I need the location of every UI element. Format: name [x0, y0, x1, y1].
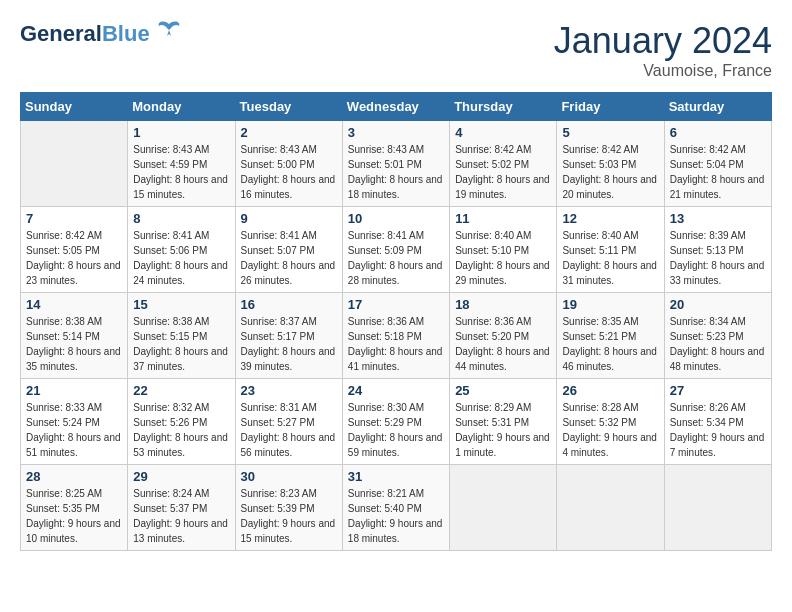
day-number: 12	[562, 211, 658, 226]
day-cell: 29 Sunrise: 8:24 AMSunset: 5:37 PMDaylig…	[128, 465, 235, 551]
day-number: 1	[133, 125, 229, 140]
day-number: 5	[562, 125, 658, 140]
day-number: 23	[241, 383, 337, 398]
day-cell: 26 Sunrise: 8:28 AMSunset: 5:32 PMDaylig…	[557, 379, 664, 465]
day-number: 28	[26, 469, 122, 484]
day-info: Sunrise: 8:30 AMSunset: 5:29 PMDaylight:…	[348, 400, 444, 460]
day-number: 9	[241, 211, 337, 226]
week-row-5: 28 Sunrise: 8:25 AMSunset: 5:35 PMDaylig…	[21, 465, 772, 551]
header-row: Sunday Monday Tuesday Wednesday Thursday…	[21, 93, 772, 121]
day-cell: 17 Sunrise: 8:36 AMSunset: 5:18 PMDaylig…	[342, 293, 449, 379]
day-number: 3	[348, 125, 444, 140]
day-cell: 23 Sunrise: 8:31 AMSunset: 5:27 PMDaylig…	[235, 379, 342, 465]
day-info: Sunrise: 8:34 AMSunset: 5:23 PMDaylight:…	[670, 314, 766, 374]
day-number: 22	[133, 383, 229, 398]
week-row-2: 7 Sunrise: 8:42 AMSunset: 5:05 PMDayligh…	[21, 207, 772, 293]
day-number: 2	[241, 125, 337, 140]
week-row-3: 14 Sunrise: 8:38 AMSunset: 5:14 PMDaylig…	[21, 293, 772, 379]
day-cell: 31 Sunrise: 8:21 AMSunset: 5:40 PMDaylig…	[342, 465, 449, 551]
day-cell: 8 Sunrise: 8:41 AMSunset: 5:06 PMDayligh…	[128, 207, 235, 293]
day-cell: 4 Sunrise: 8:42 AMSunset: 5:02 PMDayligh…	[450, 121, 557, 207]
day-number: 8	[133, 211, 229, 226]
day-info: Sunrise: 8:37 AMSunset: 5:17 PMDaylight:…	[241, 314, 337, 374]
calendar-header: GeneralBlue January 2024 Vaumoise, Franc…	[20, 20, 772, 80]
day-cell: 30 Sunrise: 8:23 AMSunset: 5:39 PMDaylig…	[235, 465, 342, 551]
day-cell: 11 Sunrise: 8:40 AMSunset: 5:10 PMDaylig…	[450, 207, 557, 293]
day-cell: 14 Sunrise: 8:38 AMSunset: 5:14 PMDaylig…	[21, 293, 128, 379]
day-info: Sunrise: 8:42 AMSunset: 5:03 PMDaylight:…	[562, 142, 658, 202]
calendar-container: GeneralBlue January 2024 Vaumoise, Franc…	[0, 0, 792, 561]
day-info: Sunrise: 8:38 AMSunset: 5:14 PMDaylight:…	[26, 314, 122, 374]
day-number: 31	[348, 469, 444, 484]
day-info: Sunrise: 8:33 AMSunset: 5:24 PMDaylight:…	[26, 400, 122, 460]
day-number: 4	[455, 125, 551, 140]
day-cell: 28 Sunrise: 8:25 AMSunset: 5:35 PMDaylig…	[21, 465, 128, 551]
day-cell: 13 Sunrise: 8:39 AMSunset: 5:13 PMDaylig…	[664, 207, 771, 293]
day-number: 10	[348, 211, 444, 226]
day-number: 16	[241, 297, 337, 312]
logo-blue: Blue	[102, 21, 150, 46]
day-info: Sunrise: 8:29 AMSunset: 5:31 PMDaylight:…	[455, 400, 551, 460]
day-info: Sunrise: 8:38 AMSunset: 5:15 PMDaylight:…	[133, 314, 229, 374]
day-info: Sunrise: 8:28 AMSunset: 5:32 PMDaylight:…	[562, 400, 658, 460]
day-info: Sunrise: 8:43 AMSunset: 5:01 PMDaylight:…	[348, 142, 444, 202]
day-info: Sunrise: 8:43 AMSunset: 5:00 PMDaylight:…	[241, 142, 337, 202]
day-number: 17	[348, 297, 444, 312]
day-number: 24	[348, 383, 444, 398]
day-info: Sunrise: 8:41 AMSunset: 5:07 PMDaylight:…	[241, 228, 337, 288]
col-saturday: Saturday	[664, 93, 771, 121]
day-number: 11	[455, 211, 551, 226]
month-title: January 2024	[554, 20, 772, 62]
day-number: 14	[26, 297, 122, 312]
day-cell: 5 Sunrise: 8:42 AMSunset: 5:03 PMDayligh…	[557, 121, 664, 207]
day-info: Sunrise: 8:31 AMSunset: 5:27 PMDaylight:…	[241, 400, 337, 460]
day-number: 26	[562, 383, 658, 398]
day-info: Sunrise: 8:25 AMSunset: 5:35 PMDaylight:…	[26, 486, 122, 546]
day-cell: 12 Sunrise: 8:40 AMSunset: 5:11 PMDaylig…	[557, 207, 664, 293]
day-cell: 20 Sunrise: 8:34 AMSunset: 5:23 PMDaylig…	[664, 293, 771, 379]
logo-bird-icon	[155, 16, 183, 44]
day-number: 19	[562, 297, 658, 312]
day-info: Sunrise: 8:36 AMSunset: 5:20 PMDaylight:…	[455, 314, 551, 374]
day-cell	[450, 465, 557, 551]
day-cell: 18 Sunrise: 8:36 AMSunset: 5:20 PMDaylig…	[450, 293, 557, 379]
week-row-4: 21 Sunrise: 8:33 AMSunset: 5:24 PMDaylig…	[21, 379, 772, 465]
day-cell: 21 Sunrise: 8:33 AMSunset: 5:24 PMDaylig…	[21, 379, 128, 465]
day-number: 30	[241, 469, 337, 484]
day-cell	[664, 465, 771, 551]
day-cell: 1 Sunrise: 8:43 AMSunset: 4:59 PMDayligh…	[128, 121, 235, 207]
day-number: 18	[455, 297, 551, 312]
day-info: Sunrise: 8:41 AMSunset: 5:06 PMDaylight:…	[133, 228, 229, 288]
day-number: 6	[670, 125, 766, 140]
day-info: Sunrise: 8:41 AMSunset: 5:09 PMDaylight:…	[348, 228, 444, 288]
day-info: Sunrise: 8:40 AMSunset: 5:11 PMDaylight:…	[562, 228, 658, 288]
col-monday: Monday	[128, 93, 235, 121]
day-info: Sunrise: 8:43 AMSunset: 4:59 PMDaylight:…	[133, 142, 229, 202]
day-info: Sunrise: 8:23 AMSunset: 5:39 PMDaylight:…	[241, 486, 337, 546]
day-cell: 24 Sunrise: 8:30 AMSunset: 5:29 PMDaylig…	[342, 379, 449, 465]
day-cell: 2 Sunrise: 8:43 AMSunset: 5:00 PMDayligh…	[235, 121, 342, 207]
day-cell: 27 Sunrise: 8:26 AMSunset: 5:34 PMDaylig…	[664, 379, 771, 465]
day-cell	[21, 121, 128, 207]
day-cell: 7 Sunrise: 8:42 AMSunset: 5:05 PMDayligh…	[21, 207, 128, 293]
day-cell: 6 Sunrise: 8:42 AMSunset: 5:04 PMDayligh…	[664, 121, 771, 207]
day-info: Sunrise: 8:42 AMSunset: 5:02 PMDaylight:…	[455, 142, 551, 202]
day-cell: 16 Sunrise: 8:37 AMSunset: 5:17 PMDaylig…	[235, 293, 342, 379]
day-cell	[557, 465, 664, 551]
calendar-table: Sunday Monday Tuesday Wednesday Thursday…	[20, 92, 772, 551]
day-number: 29	[133, 469, 229, 484]
title-area: January 2024 Vaumoise, France	[554, 20, 772, 80]
location: Vaumoise, France	[554, 62, 772, 80]
day-cell: 10 Sunrise: 8:41 AMSunset: 5:09 PMDaylig…	[342, 207, 449, 293]
col-wednesday: Wednesday	[342, 93, 449, 121]
day-info: Sunrise: 8:39 AMSunset: 5:13 PMDaylight:…	[670, 228, 766, 288]
day-cell: 22 Sunrise: 8:32 AMSunset: 5:26 PMDaylig…	[128, 379, 235, 465]
day-number: 20	[670, 297, 766, 312]
logo: GeneralBlue	[20, 20, 183, 48]
day-cell: 19 Sunrise: 8:35 AMSunset: 5:21 PMDaylig…	[557, 293, 664, 379]
day-info: Sunrise: 8:40 AMSunset: 5:10 PMDaylight:…	[455, 228, 551, 288]
day-number: 27	[670, 383, 766, 398]
day-info: Sunrise: 8:21 AMSunset: 5:40 PMDaylight:…	[348, 486, 444, 546]
day-number: 13	[670, 211, 766, 226]
day-info: Sunrise: 8:42 AMSunset: 5:04 PMDaylight:…	[670, 142, 766, 202]
